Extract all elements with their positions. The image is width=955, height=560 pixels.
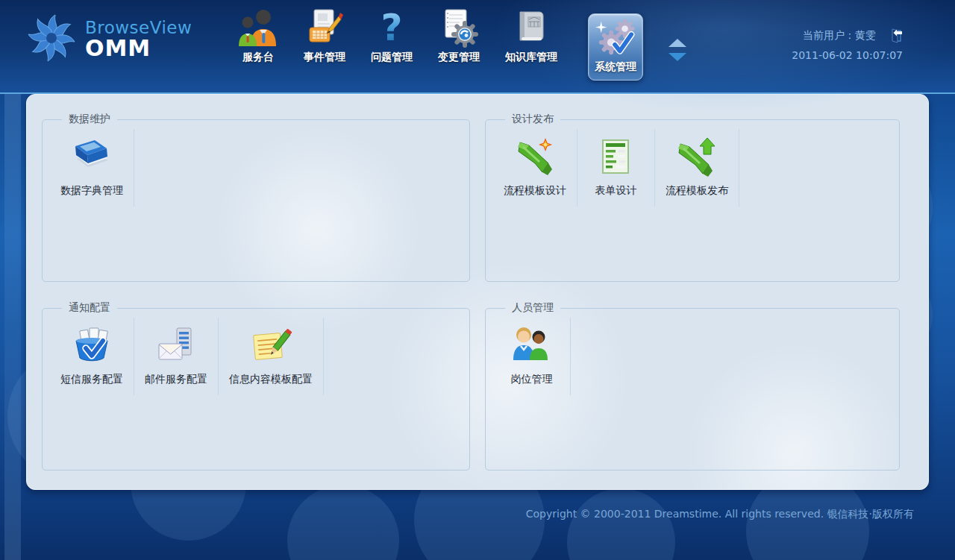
header: BrowseView OMM: [0, 0, 955, 94]
menu-item-message-template-config[interactable]: 信息内容模板配置: [219, 318, 324, 395]
menu-item-process-template-publish[interactable]: 流程模板发布: [655, 129, 739, 207]
nav-item-event-management[interactable]: 事件管理: [304, 7, 345, 81]
scroll-up-arrow[interactable]: [668, 39, 686, 47]
brand-logo: BrowseView OMM: [25, 12, 204, 67]
datetime-label: 2011-06-02 10:07:07: [792, 49, 903, 61]
menu-item-label: 流程模板发布: [666, 184, 728, 198]
panel-notification-config: 通知配置: [42, 301, 470, 471]
panel-data-maintenance: 数据维护 数据字典管理: [42, 113, 470, 282]
brand-product: OMM: [85, 37, 192, 60]
footer: Copyright © 2000-2011 Dreamstime. All ri…: [0, 490, 955, 521]
nav-item-change-management[interactable]: 变更管理: [438, 7, 480, 81]
user-info: 当前用户：黄雯 2011-06-02 10:07:07: [792, 28, 903, 61]
message-template-config-icon: [250, 325, 292, 367]
system-management-icon: [595, 19, 636, 59]
process-template-design-icon: [514, 136, 556, 178]
menu-item-label: 数据字典管理: [60, 184, 123, 198]
menu-item-label: 表单设计: [595, 184, 637, 198]
panel-title: 通知配置: [62, 301, 117, 315]
mail-service-config-icon: [155, 325, 197, 367]
question-mark-glyph: ?: [381, 9, 402, 46]
nav-item-label: 问题管理: [371, 51, 413, 64]
menu-item-process-template-design[interactable]: 流程模板设计: [493, 129, 577, 207]
form-design-icon: [595, 136, 637, 178]
sms-service-config-icon: [71, 325, 113, 367]
scroll-down-arrow[interactable]: [668, 53, 686, 61]
panel-design-publish: 设计发布 流程模板设计: [485, 113, 900, 282]
nav-item-knowledge-base[interactable]: 知识库管理: [505, 7, 557, 81]
current-user-label: 当前用户：黄雯: [803, 29, 876, 43]
logout-icon[interactable]: [886, 28, 903, 43]
panel-title: 设计发布: [505, 113, 560, 126]
menu-item-position-management[interactable]: 岗位管理: [493, 318, 571, 395]
nav-item-label: 系统管理: [595, 60, 636, 74]
menu-item-data-dictionary[interactable]: 数据字典管理: [50, 129, 134, 207]
position-management-icon: [511, 325, 553, 367]
nav-item-service-desk[interactable]: 服务台: [238, 7, 278, 81]
change-management-icon: [439, 7, 479, 48]
panel-title: 数据维护: [62, 113, 117, 126]
menu-item-label: 信息内容模板配置: [229, 373, 313, 386]
menu-item-form-design[interactable]: 表单设计: [577, 129, 655, 207]
panel-personnel: 人员管理 岗位管理: [485, 301, 900, 471]
main-content: 数据维护 数据字典管理: [26, 94, 929, 490]
main-navigation: 服务台 事件管理: [225, 0, 649, 81]
nav-item-label: 服务台: [242, 51, 274, 64]
brand-name: BrowseView: [85, 19, 192, 37]
data-dictionary-icon: [71, 136, 113, 178]
page: BrowseView OMM: [0, 0, 955, 560]
menu-item-label: 流程模板设计: [504, 184, 566, 198]
event-management-icon: [304, 7, 345, 48]
nav-item-label: 知识库管理: [505, 51, 557, 64]
nav-scroll-arrows: [668, 39, 686, 61]
problem-management-icon: ?: [372, 7, 412, 48]
menu-item-label: 岗位管理: [511, 373, 553, 386]
process-template-publish-icon: [676, 136, 718, 178]
panel-title: 人员管理: [505, 301, 560, 315]
service-desk-icon: [238, 7, 278, 48]
nav-item-problem-management[interactable]: ? 问题管理: [371, 7, 413, 81]
nav-item-label: 变更管理: [438, 51, 480, 64]
nav-item-system-management[interactable]: 系统管理: [588, 13, 643, 81]
menu-item-label: 短信服务配置: [60, 373, 123, 386]
menu-item-label: 邮件服务配置: [145, 373, 207, 386]
nav-item-label: 事件管理: [304, 51, 345, 64]
menu-item-mail-service-config[interactable]: 邮件服务配置: [134, 318, 219, 395]
copyright-text: Copyright © 2000-2011 Dreamstime. All ri…: [526, 508, 914, 520]
knowledge-base-icon: [511, 7, 551, 48]
pinwheel-logo-icon: [25, 12, 78, 67]
menu-item-sms-service-config[interactable]: 短信服务配置: [50, 318, 134, 395]
